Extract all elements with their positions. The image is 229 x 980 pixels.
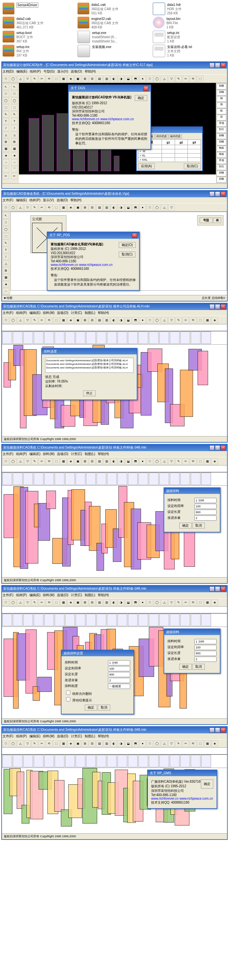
file-item[interactable]: 安装视频.exe (77, 45, 151, 57)
menu-item[interactable]: 文件(F) (3, 452, 13, 457)
tray-piece[interactable] (180, 614, 190, 626)
menu-item[interactable]: 纸样(P) (16, 452, 27, 457)
marker-area[interactable]: 超级排料 排料时间设定利用率设定长度改进余量确定 取消 (2, 486, 227, 577)
toolbar-button[interactable]: ▽ (24, 204, 31, 211)
menu-item[interactable]: 选项(O) (57, 734, 68, 738)
pattern-piece[interactable] (17, 772, 24, 808)
tool-button[interactable]: ↖ (3, 84, 9, 90)
toolbar-button[interactable]: ▥ (103, 317, 110, 323)
tray-piece[interactable] (170, 332, 179, 344)
tray-piece[interactable] (23, 614, 33, 626)
toolbar-button[interactable]: ◐ (110, 740, 117, 747)
piece-thumb[interactable]: 扣位 (216, 127, 226, 133)
toolbar-button[interactable]: ⊟ (89, 458, 96, 465)
apply-button[interactable]: 应用(A) (138, 163, 155, 169)
tray-piece[interactable] (96, 614, 106, 626)
toolbar-button[interactable]: ▽ (168, 75, 175, 82)
tray-piece[interactable] (86, 755, 96, 767)
param-input[interactable] (108, 660, 130, 665)
toolbar-button[interactable]: ◯ (10, 740, 16, 747)
toolbar-button[interactable]: □ (3, 740, 9, 747)
toolbar-button[interactable]: ▥ (103, 740, 110, 747)
toolbar-button[interactable]: ◈ (67, 599, 74, 606)
toolbar-button[interactable]: ⊞ (82, 599, 88, 606)
toolbar-button[interactable]: ✎ (31, 458, 38, 465)
tray-piece[interactable] (191, 473, 200, 485)
toolbar-button[interactable]: ◯ (154, 204, 160, 211)
menu-item[interactable]: 选项(O) (57, 311, 68, 315)
toolbar-button[interactable]: △ (161, 317, 168, 323)
toolbar-button[interactable]: ▥ (103, 75, 110, 82)
menu-item[interactable]: 编辑(E) (29, 311, 40, 315)
maximize-button[interactable]: □ (215, 191, 220, 197)
tray-piece[interactable] (44, 755, 54, 767)
tray-piece[interactable] (149, 473, 159, 485)
file-item[interactable]: data1.hdrHDR 文件258 KB (153, 3, 226, 15)
toolbar-button[interactable]: ✂ (183, 75, 189, 82)
toolbar-button[interactable]: ⬒ (132, 740, 139, 747)
tool-button[interactable]: ⬚ (11, 104, 18, 111)
menu-item[interactable]: 制图(L) (85, 311, 95, 315)
toolbar-button[interactable]: ▽ (24, 317, 31, 323)
tray-piece[interactable] (138, 473, 148, 485)
menu-item[interactable]: 显示(V) (43, 198, 54, 202)
tray-piece[interactable] (107, 332, 117, 344)
tray-piece[interactable] (65, 473, 75, 485)
tray-piece[interactable] (128, 473, 138, 485)
tray-piece[interactable] (34, 614, 43, 626)
menu-item[interactable]: 纸样(P) (16, 593, 27, 598)
tray-piece[interactable] (13, 755, 22, 767)
toolbar-button[interactable]: ◈ (211, 458, 218, 465)
minimize-button[interactable]: _ (209, 191, 215, 197)
pattern-piece[interactable] (37, 677, 52, 692)
tray-piece[interactable] (34, 332, 43, 344)
tray-piece[interactable] (149, 614, 159, 626)
toolbar-button[interactable]: ▦ (60, 204, 67, 211)
tray-piece[interactable] (54, 332, 64, 344)
tool-button[interactable]: ⊞ (3, 138, 9, 145)
tray-piece[interactable] (44, 473, 54, 485)
piece-thumb[interactable]: 袖贴 (216, 146, 226, 151)
toolbar-button[interactable]: □ (147, 458, 153, 465)
piece-thumb[interactable]: 领 (216, 102, 226, 108)
toolbar-button[interactable]: ⟲ (190, 75, 196, 82)
toolbar-button[interactable]: ⬚ (197, 317, 203, 323)
piece-thumb[interactable]: 后幅 (216, 90, 226, 96)
tray-piece[interactable] (159, 614, 169, 626)
menu-item[interactable]: 计算(C) (71, 593, 82, 598)
tray-piece[interactable] (128, 332, 138, 344)
toolbar-button[interactable]: ✎ (31, 740, 38, 747)
tray-piece[interactable] (44, 332, 54, 344)
menu-item[interactable]: 选项(O) (57, 198, 68, 202)
tab[interactable]: 相对档差 (169, 134, 182, 138)
toolbar-button[interactable]: △ (161, 204, 168, 211)
tool-button[interactable]: ◈ (3, 152, 9, 159)
param-input[interactable] (194, 639, 216, 644)
file-list[interactable]: Documents and Settings\Administrator\桌面\… (45, 358, 133, 373)
menu-item[interactable]: 排料(M) (43, 311, 54, 315)
toolbar-button[interactable]: ▽ (168, 204, 175, 211)
file-item[interactable]: setup.exeInstallShield (R...InstallShiel… (77, 31, 151, 43)
pattern-piece[interactable] (54, 780, 64, 812)
toolbar-button[interactable]: ✂ (183, 458, 189, 465)
param-input[interactable] (108, 672, 130, 677)
marker-area[interactable]: 关于 RP_GMS 广服排料CAD(单机版) Ver.830718版权所有 (C… (2, 768, 227, 833)
tray-piece[interactable] (201, 473, 211, 485)
menu-item[interactable]: 选项(O) (57, 452, 68, 457)
toolbar-button[interactable]: ⟲ (46, 458, 52, 465)
tool-button[interactable]: ✎ (3, 111, 9, 118)
tray-piece[interactable] (201, 755, 211, 767)
tool-button[interactable]: ↖ (11, 84, 18, 90)
tool-button[interactable]: ✎ (11, 111, 18, 118)
piece-thumb[interactable]: 其他 (216, 158, 226, 164)
toolbar-button[interactable]: ◯ (154, 740, 160, 747)
menu-item[interactable]: 编辑(E) (29, 452, 40, 457)
toolbar-button[interactable]: ▽ (24, 75, 31, 82)
toolbar-button[interactable]: ⟲ (190, 458, 196, 465)
toolbar-button[interactable]: ⊟ (89, 75, 96, 82)
tool-button[interactable]: ～ (3, 288, 9, 294)
piece-thumb[interactable]: 袖 (216, 96, 226, 102)
tool-button[interactable]: / (11, 125, 18, 131)
piece-tray[interactable] (2, 614, 227, 627)
toolbar-button[interactable]: □ (147, 599, 153, 606)
